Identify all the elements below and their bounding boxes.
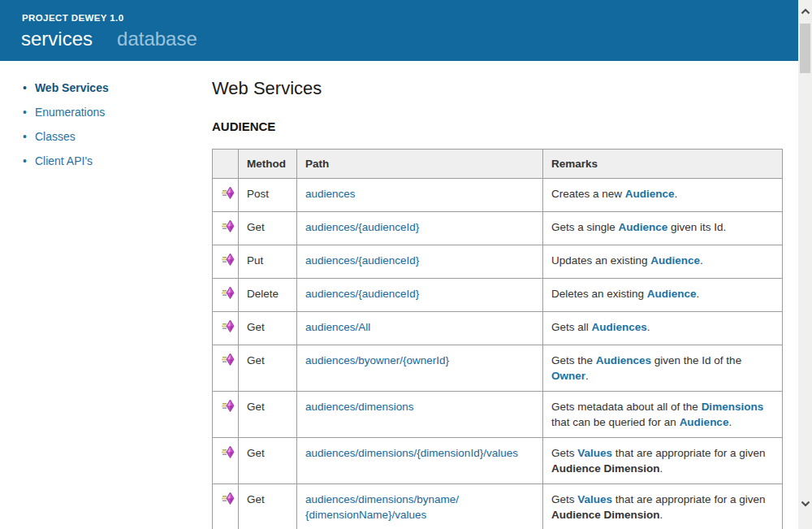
method-icon-cell [213, 279, 239, 312]
type-link[interactable]: Audience [625, 188, 675, 200]
type-link[interactable]: Values [577, 447, 612, 459]
path-cell: audiences/dimensions/{dimensionId}/value… [297, 438, 543, 484]
remark-text: that are appropriate for a given [612, 447, 765, 459]
emphasis-text: Audience Dimension [551, 462, 660, 475]
column-header-remarks: Remarks [543, 150, 783, 179]
sidebar-item-enumerations[interactable]: •Enumerations [23, 106, 193, 119]
path-link[interactable]: audiences/dimensions/{dimensionId}/value… [305, 445, 534, 461]
type-link[interactable]: Audiences [592, 321, 647, 333]
chevron-up-icon [801, 8, 810, 15]
bullet-icon: • [23, 81, 27, 94]
path-link[interactable]: {dimensionName}/values [305, 507, 534, 522]
remark-text: . [728, 416, 732, 428]
remarks-cell: Gets Values that are appropriate for a g… [543, 484, 783, 529]
method-cell: Get [239, 312, 297, 345]
type-link[interactable]: Audience [647, 288, 697, 300]
sidebar-item-classes[interactable]: •Classes [23, 130, 193, 143]
table-row: PostaudiencesCreates a new Audience. [213, 179, 783, 212]
remark-text: that are appropriate for a given [612, 493, 765, 505]
remark-text: Gets [551, 493, 577, 505]
path-cell: audiences/dimensions/byname/{dimensionNa… [297, 484, 543, 529]
web-method-icon [221, 190, 235, 202]
app-header: PROJECT DEWEY 1.0 servicesdatabase [0, 0, 798, 61]
path-link[interactable]: audiences/All [305, 319, 534, 335]
remark-text: . [700, 254, 703, 267]
remarks-cell: Gets Values that are appropriate for a g… [543, 438, 783, 484]
tab-services[interactable]: services [21, 28, 93, 50]
path-link[interactable]: audiences/dimensions [305, 399, 534, 414]
path-link[interactable]: audiences/byowner/{ownerId} [305, 353, 534, 368]
method-cell: Get [239, 484, 297, 529]
method-icon-cell [213, 312, 239, 345]
path-link[interactable]: audiences/dimensions/byname/ [305, 492, 534, 507]
remarks-cell: Gets a single Audience given its Id. [543, 212, 783, 245]
page-title: Web Services [212, 78, 782, 99]
remarks-cell: Gets the Audiences given the Id of the O… [543, 345, 783, 392]
type-link[interactable]: Audience [619, 221, 668, 233]
sidebar-item-label[interactable]: Classes [35, 130, 76, 143]
table-row: Getaudiences/byowner/{ownerId}Gets the A… [213, 345, 783, 392]
method-icon-cell [213, 484, 239, 529]
sidebar-item-label[interactable]: Web Services [35, 81, 109, 94]
remarks-cell: Deletes an existing Audience. [543, 279, 783, 312]
table-body: PostaudiencesCreates a new Audience. Get… [213, 179, 783, 529]
remark-text: given the Id of the [651, 354, 741, 366]
remark-text: Gets [551, 447, 577, 459]
type-link[interactable]: Values [577, 493, 612, 505]
bullet-icon: • [23, 154, 27, 167]
remark-text: . [660, 509, 663, 521]
path-link[interactable]: audiences [305, 186, 534, 202]
scroll-up-button[interactable] [799, 5, 811, 18]
remark-text: . [697, 288, 700, 300]
type-link[interactable]: Dimensions [702, 401, 764, 413]
scrollbar-thumb[interactable] [800, 24, 810, 73]
vertical-scrollbar[interactable] [798, 0, 812, 529]
table-row: Getaudiences/dimensionsGets metadata abo… [213, 392, 783, 438]
type-link[interactable]: Audience [680, 416, 729, 428]
method-cell: Get [239, 392, 297, 438]
path-cell: audiences/All [297, 312, 543, 345]
web-method-icon [221, 357, 235, 369]
remark-text: Gets metadata about all of the [551, 401, 702, 413]
remark-text: that can be queried for an [551, 416, 680, 428]
path-link[interactable]: audiences/{audienceId} [305, 219, 534, 235]
scroll-down-button[interactable] [799, 497, 811, 510]
chevron-down-icon [801, 501, 810, 507]
type-link[interactable]: Audiences [596, 354, 651, 366]
type-link[interactable]: Owner [551, 370, 585, 382]
path-link[interactable]: audiences/{audienceId} [305, 286, 534, 301]
bullet-icon: • [23, 130, 27, 143]
remarks-cell: Gets all Audiences. [543, 312, 783, 345]
table-row: Getaudiences/dimensions/{dimensionId}/va… [213, 438, 783, 484]
remark-text: Updates an existing [551, 254, 650, 267]
remark-text: . [585, 370, 589, 382]
table-row: Getaudiences/dimensions/byname/{dimensio… [213, 484, 783, 529]
table-row: Getaudiences/{audienceId}Gets a single A… [213, 212, 783, 245]
remark-text: . [660, 462, 663, 475]
remark-text: Creates a new [551, 188, 625, 200]
table-row: Deleteaudiences/{audienceId}Deletes an e… [213, 279, 783, 312]
remark-text: Gets the [551, 354, 596, 366]
table-head-row: MethodPathRemarks [213, 150, 783, 179]
web-method-icon [221, 223, 235, 236]
method-cell: Post [239, 179, 297, 212]
sidebar-item-label[interactable]: Client API's [35, 154, 93, 167]
path-link[interactable]: audiences/{audienceId} [305, 253, 534, 268]
emphasis-text: Audience Dimension [551, 509, 660, 521]
tab-database[interactable]: database [117, 28, 197, 50]
method-icon-cell [213, 245, 239, 279]
remarks-cell: Creates a new Audience. [543, 179, 783, 212]
path-cell: audiences/{audienceId} [297, 245, 543, 279]
main-content: Web Services AUDIENCE MethodPathRemarks … [212, 61, 782, 529]
method-icon-cell [213, 438, 239, 484]
method-cell: Get [239, 438, 297, 484]
method-icon-cell [213, 212, 239, 245]
table-row: Getaudiences/AllGets all Audiences. [213, 312, 783, 345]
sidebar-item-web-services[interactable]: •Web Services [23, 81, 193, 94]
sidebar-list: •Web Services•Enumerations•Classes•Clien… [23, 81, 193, 179]
sidebar-item-label[interactable]: Enumerations [35, 106, 105, 119]
sidebar-item-client-api-s[interactable]: •Client API's [23, 154, 193, 167]
column-header-path: Path [297, 150, 543, 179]
web-method-icon [221, 403, 235, 415]
type-link[interactable]: Audience [650, 254, 700, 267]
